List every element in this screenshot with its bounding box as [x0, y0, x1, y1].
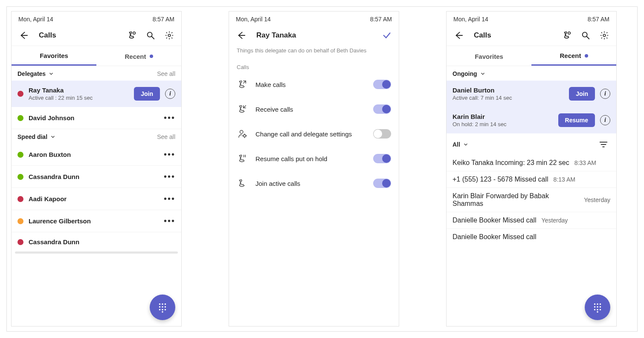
info-icon[interactable]: i [600, 115, 610, 125]
ongoing-call-row[interactable]: Daniel Burton Active call: 7 min 14 sec … [447, 81, 616, 107]
see-all-link[interactable]: See all [157, 70, 175, 77]
status-bar: Mon, April 14 8:57 AM [229, 12, 399, 25]
more-icon[interactable]: ••• [164, 216, 175, 226]
filter-icon[interactable] [597, 138, 610, 151]
voicemail-icon[interactable] [560, 29, 574, 42]
info-icon[interactable]: i [600, 89, 610, 99]
more-icon[interactable]: ••• [164, 194, 175, 204]
dialpad-fab[interactable] [585, 295, 610, 320]
recent-call-row[interactable]: Keiko Tanaka Incoming: 23 min 22 sec 8:3… [447, 155, 616, 171]
speed-dial-row[interactable]: Laurence Gilbertson ••• [12, 210, 181, 232]
chevron-down-icon [463, 142, 469, 147]
permission-resume-hold: Resume calls put on hold [229, 146, 399, 171]
contact-name: Daniel Burton [453, 87, 564, 94]
speed-dial-row[interactable]: Cassandra Dunn [12, 232, 181, 251]
header: Ray Tanaka [229, 25, 399, 46]
toggle[interactable] [373, 129, 391, 139]
ongoing-call-row[interactable]: Karin Blair On hold: 2 min 14 sec Resume… [447, 107, 616, 133]
more-icon[interactable]: ••• [164, 172, 175, 182]
tab-recent[interactable]: Recent [96, 46, 181, 66]
confirm-icon[interactable] [380, 29, 394, 42]
header: Calls [12, 25, 181, 46]
svg-point-10 [162, 309, 163, 310]
section-header-delegates[interactable]: Delegates See all [12, 66, 181, 81]
section-label: Delegates [17, 70, 46, 77]
status-date: Mon, April 14 [236, 16, 271, 23]
status-date: Mon, April 14 [18, 16, 53, 23]
svg-point-7 [162, 306, 163, 307]
search-icon[interactable] [144, 29, 157, 42]
section-header-speed-dial[interactable]: Speed dial See all [12, 129, 181, 144]
speed-dial-row[interactable]: Aadi Kapoor ••• [12, 188, 181, 210]
dialpad-fab[interactable] [150, 295, 175, 320]
svg-point-15 [568, 32, 571, 35]
screen-favorites: Mon, April 14 8:57 AM Calls Favorites R [11, 11, 182, 326]
voicemail-icon[interactable] [125, 29, 139, 42]
screen-recent: Mon, April 14 8:57 AM Calls Favorites R [446, 11, 617, 326]
delegate-row[interactable]: David Johnson ••• [12, 107, 181, 129]
settings-icon[interactable] [598, 29, 611, 42]
resume-button[interactable]: Resume [558, 113, 595, 127]
more-icon[interactable]: ••• [164, 113, 175, 123]
toggle[interactable] [373, 80, 391, 89]
call-time: 8:33 AM [574, 159, 596, 166]
svg-point-22 [597, 306, 598, 307]
permission-change-settings: Change call and delegate settings [229, 121, 399, 146]
back-icon[interactable] [452, 29, 465, 42]
join-button[interactable]: Join [134, 87, 160, 101]
contact-name: +1 (555) 123 - 5678 [453, 176, 513, 183]
join-button[interactable]: Join [569, 87, 595, 101]
presence-available-icon [17, 152, 23, 158]
presence-busy-icon [17, 196, 23, 202]
svg-point-1 [148, 32, 152, 37]
recent-call-row[interactable]: Danielle Booker Missed call Yesterday [447, 212, 616, 229]
svg-point-24 [594, 309, 595, 310]
tab-recent[interactable]: Recent [531, 46, 616, 66]
toggle[interactable] [373, 154, 391, 163]
more-icon[interactable]: ••• [164, 150, 175, 159]
back-icon[interactable] [17, 29, 30, 42]
status-time: 8:57 AM [370, 16, 392, 23]
tab-label: Favorites [475, 53, 503, 60]
call-incoming-icon [237, 104, 248, 114]
section-label: Ongoing [453, 70, 477, 77]
call-time: Yesterday [584, 196, 610, 203]
tabs: Favorites Recent [12, 46, 181, 66]
svg-point-12 [162, 311, 163, 312]
contact-name: David Johnson [29, 114, 159, 121]
permission-label: Make calls [255, 81, 366, 88]
svg-point-13 [240, 130, 243, 133]
contact-name: Cassandra Dunn [29, 173, 159, 180]
status-time: 8:57 AM [588, 16, 609, 23]
call-detail: Missed call [502, 233, 536, 240]
svg-point-14 [244, 135, 246, 137]
contact-name: Ray Tanaka [29, 87, 129, 94]
speed-dial-row[interactable]: Aaron Buxton ••• [12, 144, 181, 166]
speed-dial-row[interactable]: Cassandra Dunn ••• [12, 166, 181, 188]
toggle[interactable] [373, 104, 391, 114]
svg-point-26 [600, 309, 601, 310]
contact-name: Danielle Booker [453, 233, 501, 240]
tab-favorites[interactable]: Favorites [12, 46, 96, 66]
delegate-active-call-row[interactable]: Ray Tanaka Active call : 22 min 15 sec J… [12, 81, 181, 107]
settings-icon[interactable] [162, 29, 176, 42]
svg-point-5 [165, 303, 166, 305]
tab-label: Recent [560, 52, 581, 59]
tab-favorites[interactable]: Favorites [447, 46, 531, 66]
svg-point-4 [162, 303, 163, 305]
section-header-all[interactable]: All [447, 133, 616, 155]
recent-call-row[interactable]: Karin Blair Forwarded by Babak Shammas Y… [447, 188, 616, 212]
back-icon[interactable] [234, 29, 248, 42]
permission-label: Receive calls [255, 106, 366, 113]
info-icon[interactable]: i [165, 89, 175, 99]
see-all-link[interactable]: See all [157, 133, 175, 140]
section-header-ongoing[interactable]: Ongoing [447, 66, 616, 81]
svg-point-9 [159, 309, 160, 310]
unread-dot-icon [150, 55, 153, 58]
dialpad-icon [157, 302, 168, 313]
search-icon[interactable] [579, 29, 592, 42]
recent-call-row[interactable]: Danielle Booker Missed call [447, 229, 616, 245]
permission-label: Resume calls put on hold [255, 155, 366, 162]
toggle[interactable] [373, 179, 391, 188]
recent-call-row[interactable]: +1 (555) 123 - 5678 Missed call 8:13 AM [447, 171, 616, 188]
